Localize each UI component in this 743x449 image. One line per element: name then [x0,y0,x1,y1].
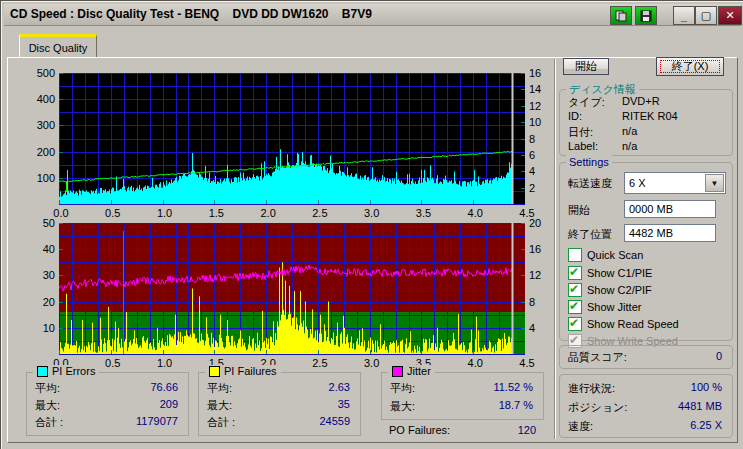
pi-errors-panel: PI Errors 平均: 76.66 最大: 209 合計 : 1179077 [26,372,189,436]
max-value: 209 [160,398,178,410]
x-axis-tick: 4.5 [513,357,541,370]
progress-value: 100 % [691,381,722,393]
pi-errors-swatch [37,366,48,377]
checkbox-show-read-speed[interactable]: Show Read Speed [568,316,679,331]
disc-label-value: n/a [622,140,637,152]
end-pos-value: 4482 MB [629,227,673,239]
x-axis-tick: 3.0 [358,357,386,370]
checkbox-label: Show C2/PIF [587,283,652,297]
disc-label-label: Label: [568,140,598,152]
checkbox-box[interactable] [568,248,582,262]
position-value: 4481 MB [678,400,722,412]
disc-type-value: DVD+R [622,95,660,107]
left-axis-tick: 400 [17,93,55,106]
avg-value: 2.63 [329,381,350,393]
left-axis-tick: 300 [17,119,55,132]
checkbox-show-jitter[interactable]: Show Jitter [568,299,641,314]
right-axis-tick: 12 [529,100,553,113]
total-value: 1179077 [136,415,178,427]
x-axis-tick: 1.0 [151,207,179,220]
end-pos-field[interactable]: 4482 MB [624,224,716,242]
x-axis-tick: 0.5 [99,357,127,370]
speed-status-label: 速度: [568,419,593,434]
save-icon [640,10,652,22]
avg-label: 平均: [207,381,232,396]
left-axis-tick: 500 [17,67,55,80]
disc-type-label: タイプ: [568,95,605,110]
max-label: 最大: [207,398,232,413]
copy-button[interactable] [610,6,632,25]
disc-id-value: RITEK R04 [622,110,678,122]
right-axis-tick: 10 [529,116,553,129]
start-button[interactable]: 開始 [563,58,609,75]
max-label: 最大: [35,398,60,413]
checkbox-box[interactable] [568,266,582,280]
x-axis-tick: 4.0 [461,207,489,220]
right-axis-tick: 8 [529,133,553,146]
end-pos-label: 終了位置 [568,227,612,242]
right-axis-tick: 16 [529,243,553,256]
x-axis-tick: 4.0 [461,357,489,370]
speed-combobox[interactable]: 6 X ▼ [624,172,726,194]
window-title: CD Speed : Disc Quality Test - BENQ DVD … [10,7,372,21]
start-pos-field[interactable]: 0000 MB [624,200,716,218]
disc-date-value: n/a [622,125,637,137]
total-label: 合計 : [207,415,235,430]
settings-group: Settings 転送速度 6 X ▼ 開始 0000 MB 終了位置 4482… [559,162,733,341]
max-value: 35 [338,398,350,410]
exit-button[interactable]: 終了(X) [656,57,724,76]
right-axis-tick: 6 [529,149,553,162]
avg-label: 平均: [390,381,415,396]
x-axis-tick: 0.5 [99,207,127,220]
avg-value: 76.66 [150,381,178,393]
app-window: CD Speed : Disc Quality Test - BENQ DVD … [0,0,743,449]
copy-icon [615,10,627,22]
right-axis-tick: 20 [529,217,553,230]
tab-disc-quality[interactable]: Disc Quality [19,34,97,58]
close-button[interactable]: ✕ [718,6,742,25]
save-button[interactable] [635,6,657,25]
x-axis-tick: 2.5 [306,357,334,370]
left-axis-tick: 50 [17,217,55,230]
maximize-button[interactable]: ▢ [695,6,717,25]
x-axis-tick: 3.0 [358,207,386,220]
pi-failures-title: PI Failures [224,365,277,377]
pi-errors-title: PI Errors [52,365,95,377]
checkbox-box[interactable] [568,300,582,314]
checkbox-show-c1-pie[interactable]: Show C1/PIE [568,265,652,280]
pi-failures-jitter-chart [59,223,525,355]
progress-group: 進行状況: 100 % ポジション: 4481 MB 速度: 6.25 X [559,374,733,438]
right-axis-tick: 4 [529,322,553,335]
minimize-button[interactable]: _ [673,6,695,25]
disc-info-title: ディスク情報 [566,82,639,96]
disc-id-label: ID: [568,110,582,122]
right-axis-tick: 14 [529,83,553,96]
left-axis-tick: 100 [17,172,55,185]
x-axis-tick: 1.0 [151,357,179,370]
total-value: 24559 [319,415,350,427]
panel-divider [554,59,556,439]
x-axis-tick: 3.5 [409,207,437,220]
disc-date-label: 日付: [568,125,593,140]
quality-score-group: 品質スコア: 0 [559,345,733,369]
checkbox-box[interactable] [568,317,582,331]
right-axis-tick: 2 [529,182,553,195]
checkbox-box[interactable] [568,283,582,297]
title-bar[interactable]: CD Speed : Disc Quality Test - BENQ DVD … [4,4,741,26]
total-label: 合計 : [35,415,63,430]
checkbox-label: Quick Scan [587,248,643,262]
pi-errors-chart [59,73,525,205]
quality-score-value: 0 [716,350,722,362]
pi-failures-panel: PI Failures 平均: 2.63 最大: 35 合計 : 24559 [198,372,361,436]
chevron-down-icon[interactable]: ▼ [705,174,724,192]
jitter-title: Jitter [407,365,431,377]
avg-value: 11.52 % [493,381,533,393]
right-axis-tick: 4 [529,165,553,178]
left-axis-tick: 200 [17,146,55,159]
left-axis-tick: 40 [17,243,55,256]
speed-value: 6 X [629,177,646,189]
checkbox-quick-scan[interactable]: Quick Scan [568,247,643,262]
checkbox-show-c2-pif[interactable]: Show C2/PIF [568,282,652,297]
left-axis-tick: 20 [17,296,55,309]
settings-title: Settings [566,155,612,169]
